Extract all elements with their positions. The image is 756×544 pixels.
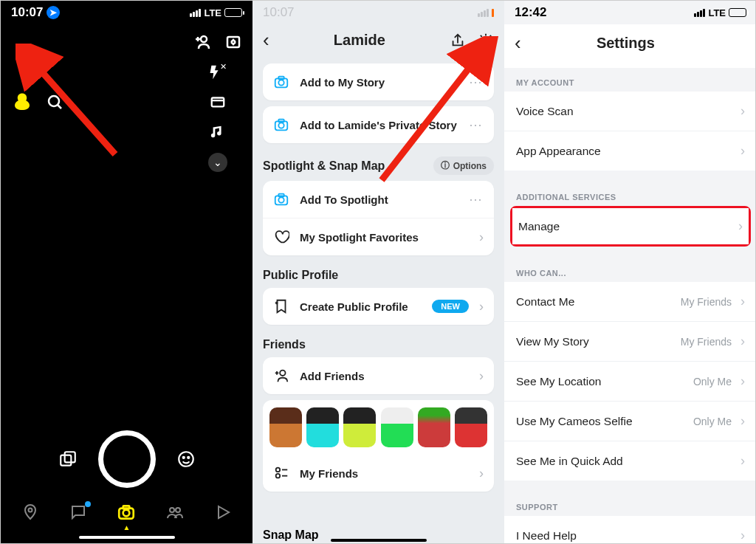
search-icon[interactable] — [47, 94, 64, 111]
chevron-right-icon: › — [740, 294, 745, 309]
chevron-right-icon: › — [479, 299, 484, 314]
gear-icon[interactable] — [478, 32, 494, 49]
signal-icon — [694, 9, 705, 17]
row-label: Manage — [518, 220, 729, 233]
camera-icon — [273, 191, 289, 207]
row-value: Only Me — [693, 416, 732, 427]
row-label: Voice Scan — [516, 105, 732, 118]
options-button[interactable]: ⓘ Options — [433, 156, 494, 175]
chevron-right-icon: › — [479, 466, 484, 481]
signal-icon — [478, 9, 489, 17]
memories-icon[interactable] — [58, 450, 78, 469]
my-friends-row[interactable]: My Friends › — [263, 455, 494, 492]
row-label: My Friends — [300, 467, 469, 480]
section-label: WHO CAN... — [504, 263, 756, 282]
svg-point-35 — [276, 474, 281, 478]
section-title: Public Profile — [263, 269, 338, 282]
more-icon[interactable]: ⋯ — [469, 191, 484, 207]
flip-camera-icon[interactable] — [224, 33, 242, 51]
cameos-selfie-row[interactable]: Use My Cameos Selfie Only Me › — [504, 401, 756, 441]
music-icon[interactable] — [210, 123, 226, 140]
row-label: Add To Spotlight — [300, 193, 458, 206]
heart-icon — [273, 229, 289, 245]
add-spotlight-row[interactable]: Add To Spotlight ⋯ — [263, 181, 494, 218]
more-tools-button[interactable]: ⌄ — [208, 153, 227, 172]
settings-screen: 12:42 LTE ‹ Settings MY ACCOUNT Voice Sc… — [504, 1, 756, 543]
chevron-right-icon: › — [738, 218, 743, 234]
svg-rect-6 — [212, 98, 224, 107]
nav-chat-icon[interactable] — [69, 503, 87, 521]
row-label: App Appearance — [516, 145, 732, 158]
shutter-button[interactable] — [98, 430, 156, 488]
row-label: Contact Me — [516, 295, 672, 309]
manage-row[interactable]: Manage › — [512, 208, 749, 244]
nav-spotlight-icon[interactable] — [214, 503, 232, 521]
camera-icon — [273, 117, 289, 133]
more-icon[interactable]: ⋯ — [469, 117, 484, 133]
nav-stories-icon[interactable] — [166, 503, 184, 521]
chevron-right-icon: › — [740, 413, 745, 429]
chevron-right-icon: › — [479, 368, 484, 384]
row-value: My Friends — [681, 336, 732, 348]
spotlight-favorites-row[interactable]: My Spotlight Favorites › — [263, 218, 494, 255]
avatar — [381, 407, 413, 447]
friend-avatars — [263, 400, 494, 455]
settings-title: Settings — [521, 35, 730, 52]
status-bar: 12:42 LTE — [504, 1, 756, 24]
back-button[interactable]: ‹ — [515, 32, 521, 55]
flash-icon[interactable]: ✕ — [207, 64, 230, 80]
emoji-icon[interactable] — [176, 450, 196, 469]
profile-screen: 10:07 ‹ Lamide Add to My Story ⋯ — [252, 1, 504, 543]
video-icon[interactable] — [210, 94, 226, 110]
add-my-story-row[interactable]: Add to My Story ⋯ — [263, 63, 494, 100]
camera-top-bar: ✕ ⌄ — [1, 24, 252, 172]
profile-header: ‹ Lamide — [252, 24, 504, 63]
camera-indicator-icon: ▲ — [1, 523, 252, 531]
add-private-story-row[interactable]: Add to Lamide's Private Story ⋯ — [263, 106, 494, 143]
svg-point-0 — [49, 96, 59, 106]
row-label: Add Friends — [300, 370, 469, 382]
options-label: Options — [453, 161, 487, 171]
section-label: MY ACCOUNT — [504, 72, 756, 92]
back-button[interactable]: ‹ — [263, 29, 269, 52]
svg-point-18 — [176, 508, 180, 512]
svg-point-15 — [123, 510, 130, 517]
highlight-box: Manage › — [510, 206, 751, 247]
row-label: Add to Lamide's Private Story — [300, 119, 458, 131]
section-label: ADDITIONAL SERVICES — [504, 187, 756, 206]
row-label: Use My Cameos Selfie — [516, 415, 684, 428]
avatar — [343, 407, 376, 447]
svg-point-24 — [278, 123, 284, 128]
more-icon[interactable]: ⋯ — [469, 74, 484, 90]
chevron-right-icon: › — [479, 230, 484, 245]
svg-point-17 — [170, 508, 174, 512]
need-help-row[interactable]: I Need Help › — [504, 516, 756, 543]
section-label: SUPPORT — [504, 497, 756, 516]
row-label: See My Location — [516, 375, 684, 388]
add-friends-row[interactable]: Add Friends › — [263, 357, 494, 394]
nav-map-icon[interactable] — [21, 503, 39, 521]
section-title: Friends — [263, 338, 306, 351]
svg-rect-5 — [227, 37, 239, 47]
add-friend-icon[interactable] — [193, 33, 211, 51]
svg-point-11 — [182, 457, 184, 458]
voice-scan-row[interactable]: Voice Scan › — [504, 92, 756, 131]
privacy-indicator-icon — [492, 9, 494, 17]
create-public-profile-row[interactable]: Create Public Profile NEW › — [263, 288, 494, 325]
home-indicator — [79, 536, 175, 539]
svg-point-34 — [276, 468, 281, 472]
share-icon[interactable] — [450, 32, 466, 49]
view-story-row[interactable]: View My Story My Friends › — [504, 321, 756, 361]
svg-point-21 — [278, 80, 284, 85]
signal-icon — [190, 9, 201, 17]
chevron-right-icon: › — [740, 528, 745, 543]
status-time: 12:42 — [515, 5, 546, 20]
see-location-row[interactable]: See My Location Only Me › — [504, 361, 756, 401]
row-label: Create Public Profile — [300, 300, 422, 313]
quick-add-row[interactable]: See Me in Quick Add › — [504, 441, 756, 481]
contact-me-row[interactable]: Contact Me My Friends › — [504, 282, 756, 321]
profile-avatar-button[interactable] — [11, 92, 33, 114]
app-appearance-row[interactable]: App Appearance › — [504, 131, 756, 171]
nav-camera-icon[interactable] — [117, 503, 136, 522]
battery-icon — [224, 8, 242, 17]
